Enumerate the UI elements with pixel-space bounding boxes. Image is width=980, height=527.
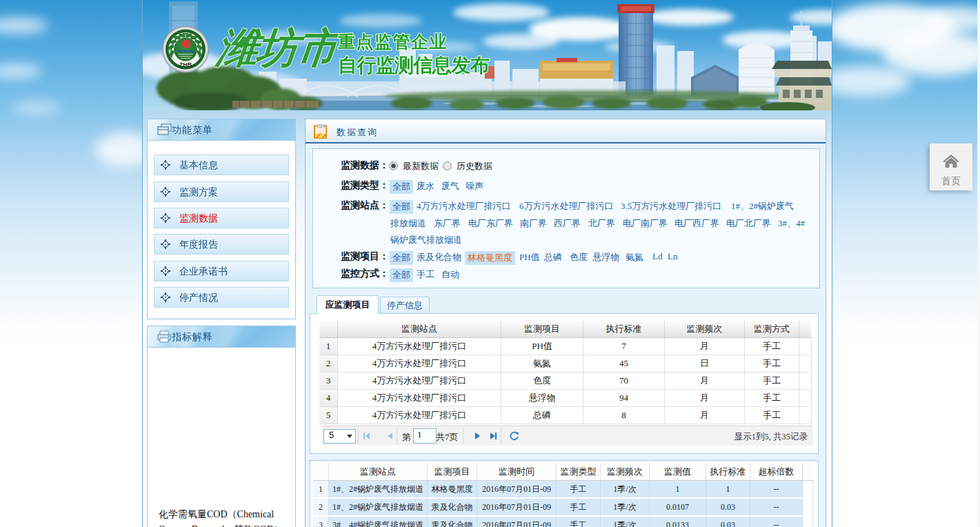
svg-text:ZHB: ZHB	[179, 61, 192, 68]
svg-text:自行监测信息发布: 自行监测信息发布	[338, 54, 490, 76]
svg-text:潍坊市: 潍坊市	[213, 25, 348, 71]
svg-text:重点监管企业: 重点监管企业	[337, 32, 448, 51]
